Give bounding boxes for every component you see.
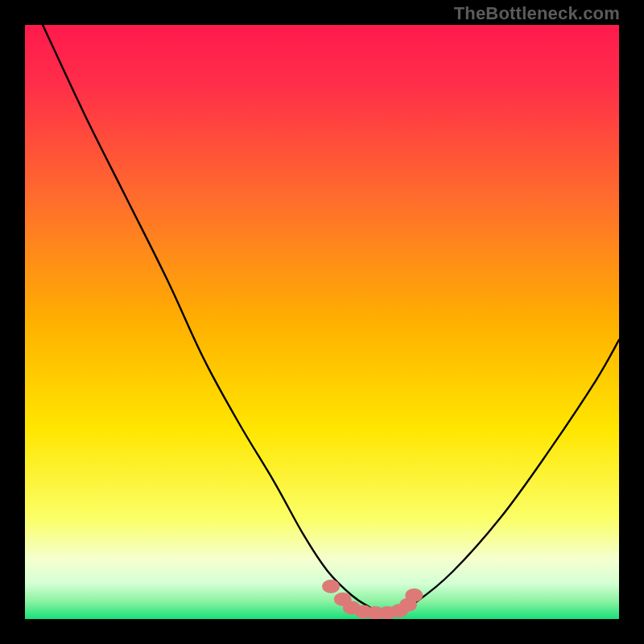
chart-frame: TheBottleneck.com — [0, 0, 644, 644]
optimum-marker — [405, 588, 423, 602]
plot-area — [25, 25, 619, 619]
bottleneck-curve — [43, 25, 619, 614]
chart-svg — [25, 25, 619, 619]
watermark-text: TheBottleneck.com — [454, 3, 620, 24]
optimum-marker — [322, 580, 340, 593]
optimum-markers — [322, 580, 423, 619]
